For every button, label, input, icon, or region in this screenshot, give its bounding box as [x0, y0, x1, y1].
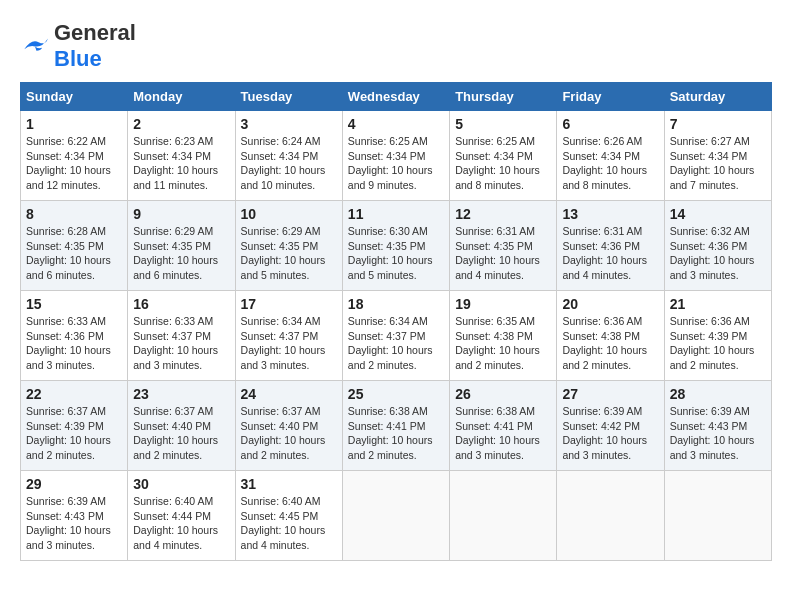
- day-info: Sunrise: 6:29 AM Sunset: 4:35 PM Dayligh…: [241, 224, 337, 283]
- day-info: Sunrise: 6:36 AM Sunset: 4:38 PM Dayligh…: [562, 314, 658, 373]
- calendar-cell: 12 Sunrise: 6:31 AM Sunset: 4:35 PM Dayl…: [450, 201, 557, 291]
- calendar-cell: 25 Sunrise: 6:38 AM Sunset: 4:41 PM Dayl…: [342, 381, 449, 471]
- day-header-saturday: Saturday: [664, 83, 771, 111]
- day-number: 24: [241, 386, 337, 402]
- calendar-cell: 6 Sunrise: 6:26 AM Sunset: 4:34 PM Dayli…: [557, 111, 664, 201]
- calendar-cell: 19 Sunrise: 6:35 AM Sunset: 4:38 PM Dayl…: [450, 291, 557, 381]
- day-number: 1: [26, 116, 122, 132]
- day-info: Sunrise: 6:28 AM Sunset: 4:35 PM Dayligh…: [26, 224, 122, 283]
- day-number: 21: [670, 296, 766, 312]
- calendar-cell: 28 Sunrise: 6:39 AM Sunset: 4:43 PM Dayl…: [664, 381, 771, 471]
- day-info: Sunrise: 6:33 AM Sunset: 4:36 PM Dayligh…: [26, 314, 122, 373]
- calendar-cell: 1 Sunrise: 6:22 AM Sunset: 4:34 PM Dayli…: [21, 111, 128, 201]
- logo-blue-text: Blue: [54, 46, 102, 71]
- day-info: Sunrise: 6:37 AM Sunset: 4:40 PM Dayligh…: [133, 404, 229, 463]
- calendar-cell: 11 Sunrise: 6:30 AM Sunset: 4:35 PM Dayl…: [342, 201, 449, 291]
- calendar-cell: [342, 471, 449, 561]
- day-info: Sunrise: 6:25 AM Sunset: 4:34 PM Dayligh…: [455, 134, 551, 193]
- day-info: Sunrise: 6:23 AM Sunset: 4:34 PM Dayligh…: [133, 134, 229, 193]
- day-info: Sunrise: 6:31 AM Sunset: 4:36 PM Dayligh…: [562, 224, 658, 283]
- day-number: 12: [455, 206, 551, 222]
- day-number: 14: [670, 206, 766, 222]
- day-info: Sunrise: 6:39 AM Sunset: 4:43 PM Dayligh…: [670, 404, 766, 463]
- calendar-cell: 3 Sunrise: 6:24 AM Sunset: 4:34 PM Dayli…: [235, 111, 342, 201]
- calendar-cell: 5 Sunrise: 6:25 AM Sunset: 4:34 PM Dayli…: [450, 111, 557, 201]
- day-info: Sunrise: 6:31 AM Sunset: 4:35 PM Dayligh…: [455, 224, 551, 283]
- day-number: 29: [26, 476, 122, 492]
- day-info: Sunrise: 6:40 AM Sunset: 4:44 PM Dayligh…: [133, 494, 229, 553]
- day-info: Sunrise: 6:25 AM Sunset: 4:34 PM Dayligh…: [348, 134, 444, 193]
- logo-bird-icon: [20, 35, 50, 55]
- day-number: 6: [562, 116, 658, 132]
- day-info: Sunrise: 6:32 AM Sunset: 4:36 PM Dayligh…: [670, 224, 766, 283]
- calendar-cell: 7 Sunrise: 6:27 AM Sunset: 4:34 PM Dayli…: [664, 111, 771, 201]
- day-header-friday: Friday: [557, 83, 664, 111]
- day-info: Sunrise: 6:38 AM Sunset: 4:41 PM Dayligh…: [455, 404, 551, 463]
- day-info: Sunrise: 6:24 AM Sunset: 4:34 PM Dayligh…: [241, 134, 337, 193]
- calendar-cell: 29 Sunrise: 6:39 AM Sunset: 4:43 PM Dayl…: [21, 471, 128, 561]
- calendar-week-row: 29 Sunrise: 6:39 AM Sunset: 4:43 PM Dayl…: [21, 471, 772, 561]
- calendar-cell: 21 Sunrise: 6:36 AM Sunset: 4:39 PM Dayl…: [664, 291, 771, 381]
- calendar-cell: 8 Sunrise: 6:28 AM Sunset: 4:35 PM Dayli…: [21, 201, 128, 291]
- calendar-cell: 10 Sunrise: 6:29 AM Sunset: 4:35 PM Dayl…: [235, 201, 342, 291]
- day-number: 25: [348, 386, 444, 402]
- day-number: 13: [562, 206, 658, 222]
- day-info: Sunrise: 6:39 AM Sunset: 4:43 PM Dayligh…: [26, 494, 122, 553]
- day-number: 18: [348, 296, 444, 312]
- day-info: Sunrise: 6:27 AM Sunset: 4:34 PM Dayligh…: [670, 134, 766, 193]
- day-info: Sunrise: 6:34 AM Sunset: 4:37 PM Dayligh…: [241, 314, 337, 373]
- calendar-cell: 30 Sunrise: 6:40 AM Sunset: 4:44 PM Dayl…: [128, 471, 235, 561]
- logo: General Blue: [20, 20, 136, 72]
- calendar-cell: 24 Sunrise: 6:37 AM Sunset: 4:40 PM Dayl…: [235, 381, 342, 471]
- day-number: 3: [241, 116, 337, 132]
- day-number: 26: [455, 386, 551, 402]
- calendar-week-row: 1 Sunrise: 6:22 AM Sunset: 4:34 PM Dayli…: [21, 111, 772, 201]
- day-header-monday: Monday: [128, 83, 235, 111]
- calendar-cell: [557, 471, 664, 561]
- calendar-cell: [664, 471, 771, 561]
- day-info: Sunrise: 6:38 AM Sunset: 4:41 PM Dayligh…: [348, 404, 444, 463]
- day-info: Sunrise: 6:37 AM Sunset: 4:40 PM Dayligh…: [241, 404, 337, 463]
- day-number: 15: [26, 296, 122, 312]
- day-number: 28: [670, 386, 766, 402]
- day-number: 17: [241, 296, 337, 312]
- calendar-cell: 13 Sunrise: 6:31 AM Sunset: 4:36 PM Dayl…: [557, 201, 664, 291]
- calendar-cell: 14 Sunrise: 6:32 AM Sunset: 4:36 PM Dayl…: [664, 201, 771, 291]
- day-number: 22: [26, 386, 122, 402]
- day-number: 4: [348, 116, 444, 132]
- logo-general-text: General: [54, 20, 136, 45]
- day-info: Sunrise: 6:36 AM Sunset: 4:39 PM Dayligh…: [670, 314, 766, 373]
- calendar-cell: 9 Sunrise: 6:29 AM Sunset: 4:35 PM Dayli…: [128, 201, 235, 291]
- day-number: 2: [133, 116, 229, 132]
- day-info: Sunrise: 6:40 AM Sunset: 4:45 PM Dayligh…: [241, 494, 337, 553]
- day-number: 19: [455, 296, 551, 312]
- day-header-thursday: Thursday: [450, 83, 557, 111]
- day-info: Sunrise: 6:33 AM Sunset: 4:37 PM Dayligh…: [133, 314, 229, 373]
- calendar-cell: 26 Sunrise: 6:38 AM Sunset: 4:41 PM Dayl…: [450, 381, 557, 471]
- calendar-cell: 31 Sunrise: 6:40 AM Sunset: 4:45 PM Dayl…: [235, 471, 342, 561]
- calendar-cell: 20 Sunrise: 6:36 AM Sunset: 4:38 PM Dayl…: [557, 291, 664, 381]
- day-info: Sunrise: 6:37 AM Sunset: 4:39 PM Dayligh…: [26, 404, 122, 463]
- calendar-cell: [450, 471, 557, 561]
- day-number: 11: [348, 206, 444, 222]
- day-info: Sunrise: 6:22 AM Sunset: 4:34 PM Dayligh…: [26, 134, 122, 193]
- day-number: 9: [133, 206, 229, 222]
- calendar-week-row: 22 Sunrise: 6:37 AM Sunset: 4:39 PM Dayl…: [21, 381, 772, 471]
- calendar-cell: 17 Sunrise: 6:34 AM Sunset: 4:37 PM Dayl…: [235, 291, 342, 381]
- calendar-cell: 16 Sunrise: 6:33 AM Sunset: 4:37 PM Dayl…: [128, 291, 235, 381]
- calendar-cell: 15 Sunrise: 6:33 AM Sunset: 4:36 PM Dayl…: [21, 291, 128, 381]
- calendar-cell: 27 Sunrise: 6:39 AM Sunset: 4:42 PM Dayl…: [557, 381, 664, 471]
- calendar-cell: 2 Sunrise: 6:23 AM Sunset: 4:34 PM Dayli…: [128, 111, 235, 201]
- calendar-cell: 18 Sunrise: 6:34 AM Sunset: 4:37 PM Dayl…: [342, 291, 449, 381]
- page-header: General Blue: [20, 20, 772, 72]
- calendar-cell: 4 Sunrise: 6:25 AM Sunset: 4:34 PM Dayli…: [342, 111, 449, 201]
- calendar-cell: 23 Sunrise: 6:37 AM Sunset: 4:40 PM Dayl…: [128, 381, 235, 471]
- calendar-cell: 22 Sunrise: 6:37 AM Sunset: 4:39 PM Dayl…: [21, 381, 128, 471]
- day-number: 16: [133, 296, 229, 312]
- day-info: Sunrise: 6:30 AM Sunset: 4:35 PM Dayligh…: [348, 224, 444, 283]
- day-number: 23: [133, 386, 229, 402]
- day-number: 8: [26, 206, 122, 222]
- day-number: 27: [562, 386, 658, 402]
- day-number: 30: [133, 476, 229, 492]
- calendar-week-row: 8 Sunrise: 6:28 AM Sunset: 4:35 PM Dayli…: [21, 201, 772, 291]
